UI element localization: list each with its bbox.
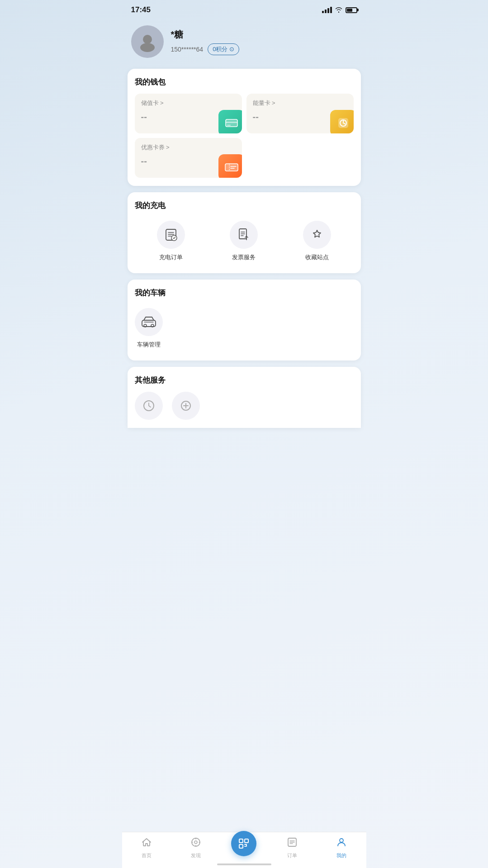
other-services-title: 其他服务: [135, 375, 354, 385]
wallet-grid: 储值卡 > -- 能量卡 > --: [135, 94, 354, 178]
signal-icon: [322, 7, 332, 13]
other-services-icons: [135, 392, 354, 420]
status-bar: 17:45: [122, 0, 366, 18]
nav-orders-label: 订单: [287, 852, 297, 859]
vehicle-mgmt-item[interactable]: 车辆管理: [135, 308, 163, 349]
invoice-icon: [230, 221, 258, 249]
wifi-icon: [335, 6, 343, 14]
points-arrow-icon: ⊙: [229, 46, 234, 52]
nav-mine[interactable]: 我的: [328, 837, 355, 859]
nav-discover[interactable]: 发现: [182, 837, 209, 859]
svg-point-0: [143, 35, 152, 44]
charging-icons: 充电订单 发票服务 收藏站点: [135, 217, 354, 265]
favorites-icon: [303, 221, 331, 249]
status-icons: [322, 6, 357, 14]
coupon-label: 优惠卡券 >: [141, 143, 236, 152]
other-services-card: 其他服务: [128, 367, 361, 428]
vehicle-icons: 车辆管理: [135, 304, 354, 352]
points-text: 0积分: [213, 45, 227, 53]
home-icon: [141, 837, 152, 850]
vehicle-title: 我的车辆: [135, 288, 354, 298]
home-indicator: [217, 863, 271, 865]
wallet-card: 我的钱包 储值卡 > -- 能量卡 > --: [128, 69, 361, 186]
charging-card: 我的充电 充电订单 发票服务: [128, 192, 361, 273]
nav-home[interactable]: 首页: [133, 837, 160, 859]
svg-rect-8: [225, 164, 238, 171]
store-card-icon: [218, 110, 242, 133]
energy-card-item[interactable]: 能量卡 > --: [246, 94, 354, 133]
nav-orders[interactable]: 订单: [279, 837, 306, 859]
svg-point-1: [140, 43, 155, 52]
wallet-title: 我的钱包: [135, 77, 354, 87]
nav-home-label: 首页: [142, 852, 152, 859]
discover-icon: [190, 837, 201, 850]
vehicle-card: 我的车辆 车辆管理: [128, 280, 361, 360]
svg-point-18: [194, 841, 197, 844]
coupon-item[interactable]: 优惠卡券 > --: [135, 138, 242, 178]
coupon-icon: [218, 154, 242, 178]
charge-order-label: 充电订单: [159, 253, 183, 261]
svg-rect-4: [226, 122, 237, 123]
profile-name: *糖: [171, 28, 357, 41]
other-service-2[interactable]: [172, 392, 200, 420]
svg-point-23: [340, 839, 343, 842]
invoice-item[interactable]: 发票服务: [230, 221, 258, 261]
charge-order-item[interactable]: 充电订单: [157, 221, 185, 261]
charging-title: 我的充电: [135, 200, 354, 211]
profile-phone: 150******64: [171, 46, 204, 53]
points-badge[interactable]: 0积分 ⊙: [208, 43, 239, 55]
profile-info: *糖 150******64 0积分 ⊙: [171, 28, 357, 55]
svg-rect-19: [239, 839, 243, 843]
battery-icon: [346, 7, 357, 13]
energy-card-label: 能量卡 >: [253, 99, 347, 107]
status-time: 17:45: [131, 5, 151, 14]
orders-icon: [287, 837, 298, 850]
svg-rect-5: [227, 125, 231, 126]
charge-order-icon: [157, 221, 185, 249]
vehicle-mgmt-icon: [135, 308, 163, 336]
energy-card-icon: [330, 110, 354, 133]
svg-rect-20: [245, 839, 248, 843]
other-service-1[interactable]: [135, 392, 163, 420]
profile-meta: 150******64 0积分 ⊙: [171, 43, 357, 55]
store-card-item[interactable]: 储值卡 > --: [135, 94, 242, 133]
profile-section: *糖 150******64 0积分 ⊙: [122, 18, 366, 69]
bottom-nav: 首页 发现 订单: [122, 832, 366, 868]
svg-rect-21: [239, 844, 243, 848]
mine-icon: [336, 837, 347, 850]
favorites-item[interactable]: 收藏站点: [303, 221, 331, 261]
favorites-label: 收藏站点: [305, 253, 329, 261]
vehicle-mgmt-label: 车辆管理: [137, 341, 161, 349]
nav-mine-label: 我的: [336, 852, 346, 859]
nav-discover-label: 发现: [191, 852, 201, 859]
nav-scan-button[interactable]: [231, 831, 256, 856]
avatar[interactable]: [131, 25, 164, 58]
store-card-label: 储值卡 >: [141, 99, 236, 107]
invoice-label: 发票服务: [232, 253, 256, 261]
